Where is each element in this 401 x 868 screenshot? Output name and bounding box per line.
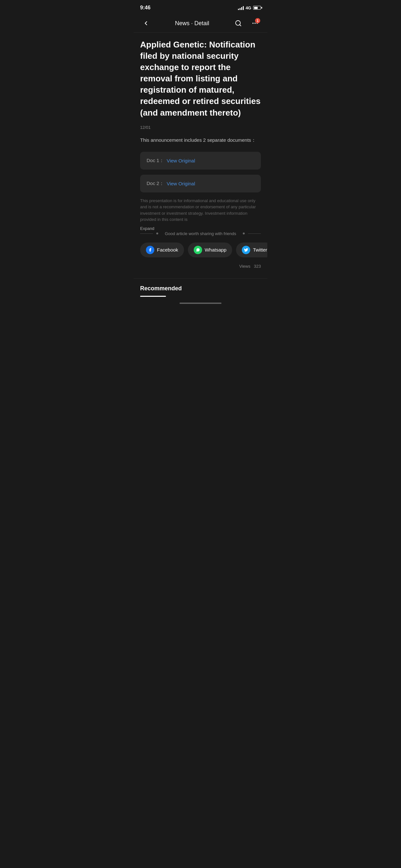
recommended-title: Recommended bbox=[140, 285, 261, 292]
doc1-box: Doc 1： View Original bbox=[140, 152, 261, 169]
whatsapp-share-button[interactable]: Whatsapp bbox=[188, 243, 233, 257]
article-content: Applied Genetic: Notification filed by n… bbox=[134, 33, 267, 269]
svg-point-2 bbox=[252, 23, 254, 24]
battery-icon bbox=[253, 6, 261, 10]
doc2-box: Doc 2： View Original bbox=[140, 175, 261, 192]
recommended-section: Recommended bbox=[134, 278, 267, 297]
article-title: Applied Genetic: Notification filed by n… bbox=[140, 39, 261, 119]
search-button[interactable] bbox=[233, 18, 244, 29]
recommended-underline bbox=[140, 296, 166, 297]
nav-actions: 1 bbox=[233, 18, 261, 29]
views-count: 323 bbox=[254, 264, 261, 269]
disclaimer-text: This presentation is for informational a… bbox=[140, 197, 261, 223]
more-options-button[interactable]: 1 bbox=[249, 18, 261, 29]
facebook-icon bbox=[146, 246, 154, 254]
doc2-link[interactable]: View Original bbox=[166, 181, 195, 186]
social-share-buttons: Facebook Whatsapp Twitter bbox=[140, 243, 261, 257]
share-prompt-text: Good article worth sharing with friends bbox=[165, 231, 236, 236]
facebook-share-button[interactable]: Facebook bbox=[140, 243, 184, 257]
network-type: 4G bbox=[246, 5, 251, 10]
doc1-label: Doc 1： bbox=[147, 158, 164, 164]
back-button[interactable] bbox=[140, 18, 152, 29]
doc2-label: Doc 2： bbox=[147, 181, 164, 187]
article-description: This announcement includes 2 separate do… bbox=[140, 136, 261, 144]
views-row: Views 323 bbox=[140, 264, 261, 269]
twitter-share-button[interactable]: Twitter bbox=[236, 243, 267, 257]
home-bar bbox=[180, 303, 221, 304]
status-time: 9:46 bbox=[140, 5, 150, 11]
facebook-label: Facebook bbox=[157, 247, 178, 252]
divider-dot-right bbox=[243, 232, 245, 235]
divider-line-right bbox=[248, 234, 261, 234]
divider-line-left bbox=[140, 234, 153, 234]
notification-badge: 1 bbox=[255, 18, 260, 23]
twitter-icon bbox=[242, 246, 250, 254]
status-icons: 4G bbox=[238, 5, 261, 10]
nav-bar: News · Detail 1 bbox=[134, 14, 267, 33]
views-text: Views 323 bbox=[239, 264, 261, 269]
signal-icon bbox=[238, 5, 244, 10]
article-date: 12/01 bbox=[140, 125, 261, 130]
share-divider: Good article worth sharing with friends bbox=[140, 231, 261, 236]
svg-line-1 bbox=[240, 25, 241, 26]
status-bar: 9:46 4G bbox=[134, 0, 267, 14]
whatsapp-label: Whatsapp bbox=[205, 247, 227, 252]
home-indicator bbox=[134, 300, 267, 306]
expand-button[interactable]: Expand bbox=[140, 226, 154, 231]
divider-dot-left bbox=[156, 232, 158, 235]
doc1-link[interactable]: View Original bbox=[166, 158, 195, 163]
whatsapp-icon bbox=[194, 246, 202, 254]
svg-point-3 bbox=[254, 23, 256, 24]
twitter-label: Twitter bbox=[253, 247, 267, 252]
views-label: Views bbox=[239, 264, 250, 269]
page-title: News · Detail bbox=[175, 20, 209, 27]
